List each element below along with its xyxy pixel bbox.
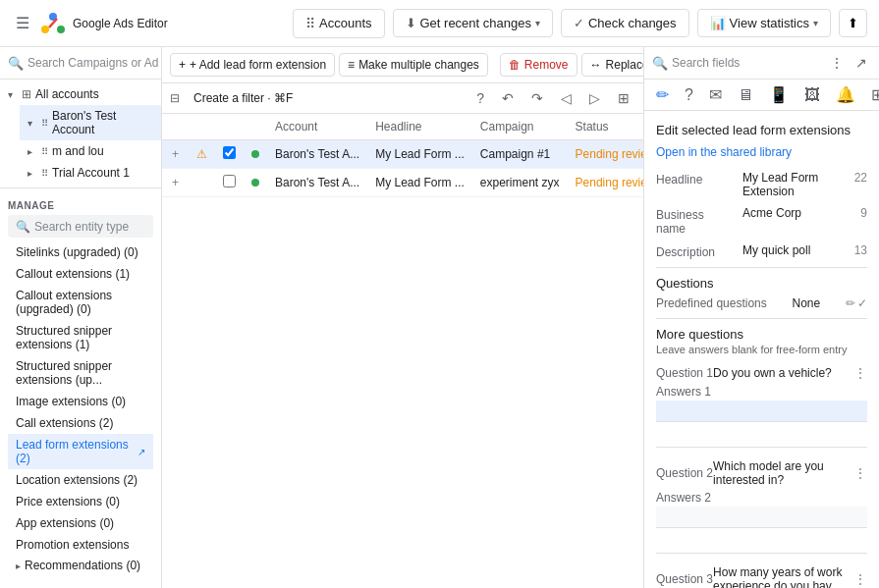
manage-section: MANAGE 🔍 ⋮ Sitelinks (upgraded) (0) Call… (0, 188, 161, 588)
tab-mobile[interactable]: 📱 (765, 83, 793, 106)
app-title: Google Ads Editor (73, 17, 168, 30)
question-menu-2[interactable]: ⋮ (853, 465, 867, 481)
get-recent-button[interactable]: ⬇ Get recent changes ▾ (393, 9, 553, 37)
redo-button[interactable]: ↷ (525, 88, 549, 108)
answer-input-1a[interactable] (656, 401, 867, 422)
answer-input-2b[interactable] (656, 532, 867, 554)
tab-email[interactable]: ✉ (705, 83, 726, 106)
headline-count: 22 (854, 171, 867, 185)
row-check-2[interactable] (215, 169, 244, 197)
headline-value[interactable]: My Lead Form Extension (742, 171, 847, 198)
col-headline[interactable]: Headline (367, 114, 472, 140)
entity-image[interactable]: Image extensions (0) (8, 391, 153, 412)
check-changes-button[interactable]: ✓ Check changes (561, 9, 689, 37)
m-and-lou-account-item[interactable]: ▸ ⠿ m and lou (20, 140, 161, 162)
answer-input-2a[interactable] (656, 507, 867, 528)
row-add-2[interactable]: + (162, 169, 189, 197)
remove-button[interactable]: 🗑 Remove (500, 53, 577, 77)
col-account[interactable]: Account (267, 114, 367, 140)
undo-button[interactable]: ↶ (496, 88, 520, 108)
help-icon-button[interactable]: ? (470, 88, 490, 108)
description-field-row: Description My quick poll 13 (656, 243, 867, 259)
tab-edit[interactable]: ✏ (652, 83, 673, 106)
view-stats-button[interactable]: 📊 View statistics ▾ (697, 9, 831, 37)
entity-sitelinks[interactable]: Sitelinks (upgraded) (0) (8, 241, 153, 263)
right-more-button[interactable]: ⋮ (826, 53, 848, 73)
question-text-3[interactable]: How many years of work experience do you… (713, 565, 853, 588)
predefined-actions: ✏ ✓ (846, 296, 867, 310)
entity-promotion[interactable]: Promotion extensions (0) (8, 534, 153, 551)
tab-grid[interactable]: ⊞ (867, 83, 879, 106)
col-status[interactable]: Status (568, 114, 643, 140)
open-shared-library-link[interactable]: Open in the shared library (656, 145, 867, 159)
right-expand-button[interactable]: ↗ (852, 53, 871, 73)
table-row[interactable]: + Baron's Test A... My Lead Form ... exp… (162, 169, 643, 197)
m-and-lou-label: m and lou (52, 144, 153, 158)
col-campaign[interactable]: Campaign (472, 114, 568, 140)
entity-callout-upgraded[interactable]: Callout extensions (upgraded) (0) (8, 285, 153, 320)
tab-desktop[interactable]: 🖥 (734, 84, 757, 106)
make-multiple-button[interactable]: ≡ Make multiple changes (339, 53, 488, 77)
add-lead-form-label: + Add lead form extension (190, 58, 326, 72)
entity-structured-2[interactable]: Structured snipper extensions (up... (8, 355, 153, 391)
business-name-count: 9 (860, 206, 867, 220)
export-button[interactable]: ⬆ (839, 9, 867, 37)
entity-structured-1[interactable]: Structured snipper extensions (1) (8, 320, 153, 355)
tab-bell[interactable]: 🔔 (832, 83, 859, 106)
columns-button[interactable]: ⊞ (612, 88, 635, 108)
question-text-1[interactable]: Do you own a vehicle? (713, 366, 853, 380)
more-questions-sub: Leave answers blank for free-form entry (656, 344, 867, 355)
replace-icon: ↔ (590, 58, 602, 72)
row-add-1[interactable]: + (162, 140, 189, 169)
entity-call[interactable]: Call extensions (2) (8, 412, 153, 434)
question-row-1: Question 1 Do you own a vehicle? ⋮ (656, 365, 867, 381)
add-lead-form-button[interactable]: + + Add lead form extension (170, 53, 335, 77)
account-icon-trial: ⠿ (41, 168, 48, 179)
entity-price[interactable]: Price extensions (0) (8, 491, 153, 512)
check-changes-label: Check changes (588, 16, 677, 30)
business-name-label: Business name (656, 206, 735, 236)
replace-text-button[interactable]: ↔ Replace text ▾ (581, 53, 643, 77)
question-text-2[interactable]: Which model are you interested in? (713, 459, 853, 487)
question-menu-3[interactable]: ⋮ (853, 571, 867, 587)
entity-app[interactable]: App extensions (0) (8, 512, 153, 534)
dropdown-arrow-2: ▾ (813, 18, 818, 28)
recommendations-item[interactable]: ▸ Recommendations (0) (16, 555, 145, 576)
description-value[interactable]: My quick poll (742, 243, 847, 257)
external-link-icon[interactable]: ↗ (137, 447, 145, 457)
answer-input-1b[interactable] (656, 426, 867, 448)
predefined-check-icon[interactable]: ✓ (857, 296, 867, 310)
entity-lead-form[interactable]: Lead form extensions (2) ↗ (8, 434, 153, 469)
tab-image[interactable]: 🖼 (800, 84, 824, 106)
all-accounts-item[interactable]: ▾ ⊞ All accounts (0, 83, 161, 105)
predefined-edit-icon[interactable]: ✏ (846, 296, 855, 310)
trash-icon: 🗑 (509, 58, 521, 72)
row-headline-2: My Lead Form ... (367, 169, 472, 197)
entity-location[interactable]: Location extensions (2) (8, 469, 153, 491)
accounts-button[interactable]: ⠿ Accounts (293, 9, 384, 38)
business-name-value[interactable]: Acme Corp (742, 206, 852, 220)
main-layout: 🔍 ⋮ ▾ ⊞ All accounts ▾ ⠿ Baron's Test Ac… (0, 47, 879, 588)
row-check-1[interactable] (215, 140, 244, 169)
question-menu-1[interactable]: ⋮ (853, 365, 867, 381)
right-content: Edit selected lead form extensions Open … (644, 111, 879, 588)
campaign-search-input[interactable] (27, 56, 162, 70)
next-button[interactable]: ▷ (583, 88, 606, 108)
entity-search-input[interactable] (34, 220, 161, 234)
predefined-value: None (793, 296, 821, 310)
tab-help[interactable]: ? (681, 84, 697, 106)
table-row[interactable]: + ⚠ Baron's Test A... My Lead Form ... C… (162, 140, 643, 169)
question-label-3: Question 3 (656, 572, 713, 586)
question-block-3: Question 3 How many years of work experi… (656, 565, 867, 588)
create-filter-button[interactable]: Create a filter · ⌘F (186, 87, 301, 109)
trial-account-item[interactable]: ▸ ⠿ Trial Account 1 (20, 162, 161, 184)
right-search-input[interactable] (672, 56, 822, 70)
baron-account-label: Baron's Test Account (52, 109, 153, 136)
baron-account-item[interactable]: ▾ ⠿ Baron's Test Account (20, 105, 161, 140)
prev-button[interactable]: ◁ (555, 88, 577, 108)
center-panel: + + Add lead form extension ≡ Make multi… (162, 47, 643, 588)
row-status-1: Pending review (568, 140, 643, 169)
entity-callout[interactable]: Callout extensions (1) (8, 263, 153, 285)
manage-header: MANAGE (8, 196, 153, 215)
menu-icon[interactable]: ☰ (12, 10, 33, 36)
